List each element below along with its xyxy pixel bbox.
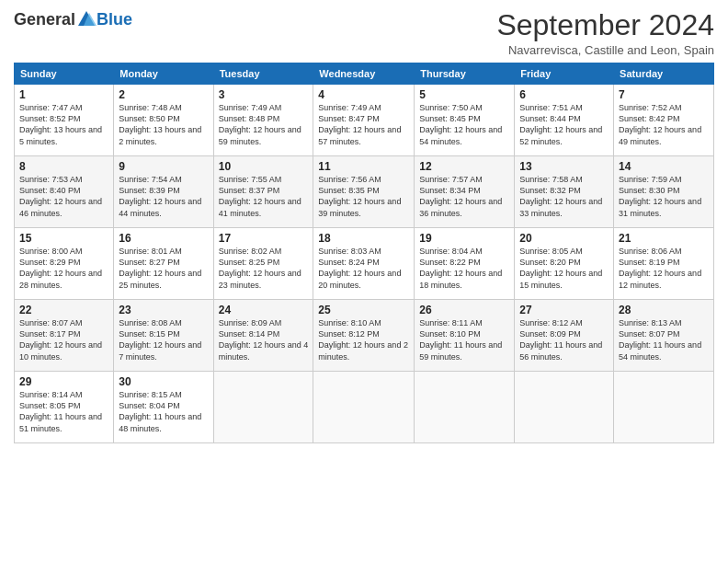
calendar-body: 1Sunrise: 7:47 AMSunset: 8:52 PMDaylight… [15, 85, 714, 443]
day-number: 28 [619, 304, 709, 316]
calendar-cell: 7Sunrise: 7:52 AMSunset: 8:42 PMDaylight… [614, 85, 714, 156]
day-info: Sunrise: 8:13 AMSunset: 8:07 PMDaylight:… [619, 317, 709, 362]
calendar-cell: 23Sunrise: 8:08 AMSunset: 8:15 PMDayligh… [114, 300, 213, 372]
day-info: Sunrise: 8:10 AMSunset: 8:12 PMDaylight:… [318, 317, 409, 362]
weekday-friday: Friday [515, 63, 614, 85]
day-number: 12 [419, 160, 509, 173]
weekday-sunday: Sunday [15, 63, 114, 85]
calendar-cell: 30Sunrise: 8:15 AMSunset: 8:04 PMDayligh… [114, 372, 213, 443]
calendar-cell: 11Sunrise: 7:56 AMSunset: 8:35 PMDayligh… [313, 156, 415, 228]
day-info: Sunrise: 8:05 AMSunset: 8:20 PMDaylight:… [519, 246, 609, 291]
calendar-cell: 20Sunrise: 8:05 AMSunset: 8:20 PMDayligh… [515, 228, 614, 300]
day-number: 11 [318, 160, 409, 173]
calendar-cell: 9Sunrise: 7:54 AMSunset: 8:39 PMDaylight… [114, 156, 213, 228]
day-info: Sunrise: 7:50 AMSunset: 8:45 PMDaylight:… [419, 102, 509, 147]
day-number: 29 [19, 375, 108, 388]
day-info: Sunrise: 8:03 AMSunset: 8:24 PMDaylight:… [318, 246, 409, 291]
day-number: 30 [119, 375, 208, 388]
day-number: 15 [19, 232, 108, 245]
day-number: 13 [519, 160, 609, 173]
day-info: Sunrise: 8:04 AMSunset: 8:22 PMDaylight:… [419, 246, 509, 291]
day-number: 21 [619, 232, 709, 245]
weekday-tuesday: Tuesday [213, 63, 313, 85]
calendar-cell: 24Sunrise: 8:09 AMSunset: 8:14 PMDayligh… [213, 300, 313, 372]
day-number: 8 [19, 160, 108, 173]
calendar-cell [213, 372, 313, 443]
day-number: 3 [219, 88, 309, 101]
page-header: General Blue September 2024 Navarrevisca… [14, 9, 714, 57]
calendar-cell: 14Sunrise: 7:59 AMSunset: 8:30 PMDayligh… [614, 156, 714, 228]
day-number: 4 [318, 88, 409, 101]
calendar-cell: 10Sunrise: 7:55 AMSunset: 8:37 PMDayligh… [213, 156, 313, 228]
calendar-cell: 12Sunrise: 7:57 AMSunset: 8:34 PMDayligh… [415, 156, 515, 228]
week-row-2: 8Sunrise: 7:53 AMSunset: 8:40 PMDaylight… [15, 156, 714, 228]
calendar-cell: 3Sunrise: 7:49 AMSunset: 8:48 PMDaylight… [213, 85, 313, 156]
day-number: 27 [519, 304, 609, 316]
calendar-cell: 4Sunrise: 7:49 AMSunset: 8:47 PMDaylight… [313, 85, 415, 156]
month-title: September 2024 [496, 9, 714, 41]
calendar-cell: 25Sunrise: 8:10 AMSunset: 8:12 PMDayligh… [313, 300, 415, 372]
calendar-cell: 16Sunrise: 8:01 AMSunset: 8:27 PMDayligh… [114, 228, 213, 300]
day-info: Sunrise: 7:56 AMSunset: 8:35 PMDaylight:… [318, 174, 409, 219]
day-number: 7 [619, 88, 709, 101]
day-number: 5 [419, 88, 509, 101]
weekday-monday: Monday [114, 63, 213, 85]
day-number: 2 [119, 88, 208, 101]
calendar-cell: 17Sunrise: 8:02 AMSunset: 8:25 PMDayligh… [213, 228, 313, 300]
logo-area: General Blue [14, 9, 132, 29]
weekday-thursday: Thursday [415, 63, 515, 85]
day-number: 18 [318, 232, 409, 245]
day-info: Sunrise: 8:15 AMSunset: 8:04 PMDaylight:… [119, 389, 208, 434]
week-row-5: 29Sunrise: 8:14 AMSunset: 8:05 PMDayligh… [15, 372, 714, 443]
calendar-cell [614, 372, 714, 443]
day-info: Sunrise: 8:00 AMSunset: 8:29 PMDaylight:… [19, 246, 108, 291]
day-number: 23 [119, 304, 208, 316]
week-row-4: 22Sunrise: 8:07 AMSunset: 8:17 PMDayligh… [15, 300, 714, 372]
day-info: Sunrise: 8:02 AMSunset: 8:25 PMDaylight:… [219, 246, 309, 291]
calendar-cell: 28Sunrise: 8:13 AMSunset: 8:07 PMDayligh… [614, 300, 714, 372]
day-number: 10 [219, 160, 309, 173]
day-info: Sunrise: 7:52 AMSunset: 8:42 PMDaylight:… [619, 102, 709, 147]
calendar-cell: 27Sunrise: 8:12 AMSunset: 8:09 PMDayligh… [515, 300, 614, 372]
calendar-cell: 15Sunrise: 8:00 AMSunset: 8:29 PMDayligh… [15, 228, 114, 300]
day-info: Sunrise: 8:01 AMSunset: 8:27 PMDaylight:… [119, 246, 208, 291]
day-info: Sunrise: 7:53 AMSunset: 8:40 PMDaylight:… [19, 174, 108, 219]
day-info: Sunrise: 8:09 AMSunset: 8:14 PMDaylight:… [219, 317, 309, 362]
calendar-cell: 22Sunrise: 8:07 AMSunset: 8:17 PMDayligh… [15, 300, 114, 372]
day-number: 14 [619, 160, 709, 173]
day-info: Sunrise: 8:07 AMSunset: 8:17 PMDaylight:… [19, 317, 108, 362]
day-info: Sunrise: 8:06 AMSunset: 8:19 PMDaylight:… [619, 246, 709, 291]
logo-icon [76, 9, 97, 29]
weekday-saturday: Saturday [614, 63, 714, 85]
calendar-cell: 21Sunrise: 8:06 AMSunset: 8:19 PMDayligh… [614, 228, 714, 300]
day-number: 6 [519, 88, 609, 101]
day-info: Sunrise: 7:55 AMSunset: 8:37 PMDaylight:… [219, 174, 309, 219]
logo-general: General [14, 10, 75, 29]
day-number: 20 [519, 232, 609, 245]
calendar-cell [415, 372, 515, 443]
day-info: Sunrise: 7:54 AMSunset: 8:39 PMDaylight:… [119, 174, 208, 219]
logo-blue: Blue [97, 10, 132, 29]
week-row-1: 1Sunrise: 7:47 AMSunset: 8:52 PMDaylight… [15, 85, 714, 156]
day-info: Sunrise: 8:08 AMSunset: 8:15 PMDaylight:… [119, 317, 208, 362]
title-area: September 2024 Navarrevisca, Castille an… [496, 9, 714, 57]
day-info: Sunrise: 7:57 AMSunset: 8:34 PMDaylight:… [419, 174, 509, 219]
week-row-3: 15Sunrise: 8:00 AMSunset: 8:29 PMDayligh… [15, 228, 714, 300]
day-number: 1 [19, 88, 108, 101]
day-info: Sunrise: 7:58 AMSunset: 8:32 PMDaylight:… [519, 174, 609, 219]
day-info: Sunrise: 7:51 AMSunset: 8:44 PMDaylight:… [519, 102, 609, 147]
weekday-header-row: SundayMondayTuesdayWednesdayThursdayFrid… [15, 63, 714, 85]
calendar-cell: 18Sunrise: 8:03 AMSunset: 8:24 PMDayligh… [313, 228, 415, 300]
weekday-wednesday: Wednesday [313, 63, 415, 85]
calendar-cell: 6Sunrise: 7:51 AMSunset: 8:44 PMDaylight… [515, 85, 614, 156]
day-info: Sunrise: 8:14 AMSunset: 8:05 PMDaylight:… [19, 389, 108, 434]
day-info: Sunrise: 7:48 AMSunset: 8:50 PMDaylight:… [119, 102, 208, 147]
calendar-table: SundayMondayTuesdayWednesdayThursdayFrid… [14, 63, 714, 443]
day-number: 22 [19, 304, 108, 316]
day-info: Sunrise: 7:49 AMSunset: 8:47 PMDaylight:… [318, 102, 409, 147]
day-info: Sunrise: 8:12 AMSunset: 8:09 PMDaylight:… [519, 317, 609, 362]
calendar-cell: 5Sunrise: 7:50 AMSunset: 8:45 PMDaylight… [415, 85, 515, 156]
day-info: Sunrise: 8:11 AMSunset: 8:10 PMDaylight:… [419, 317, 509, 362]
calendar-cell: 8Sunrise: 7:53 AMSunset: 8:40 PMDaylight… [15, 156, 114, 228]
calendar-cell: 13Sunrise: 7:58 AMSunset: 8:32 PMDayligh… [515, 156, 614, 228]
